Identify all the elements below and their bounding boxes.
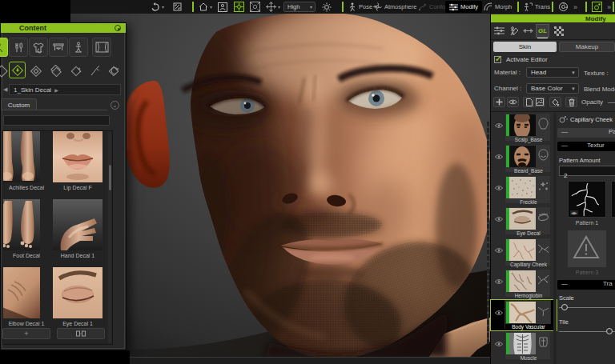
character-view-icon[interactable] <box>218 0 227 14</box>
layer-visibility-button[interactable] <box>507 97 519 107</box>
layer-thumbnail[interactable] <box>509 177 536 198</box>
decal-thumb-achilles[interactable] <box>2 131 40 182</box>
add-decal-button[interactable]: + <box>2 328 50 339</box>
pose-button[interactable]: Pose▾ <box>348 0 376 14</box>
atmosphere-button[interactable]: Atmosphere <box>373 0 416 14</box>
section-pattern-bar[interactable]: —Pa <box>557 128 615 138</box>
layer-cell[interactable]: Hemoglobin <box>504 269 551 298</box>
panel-options-icon[interactable] <box>115 25 121 31</box>
content-panel-header[interactable]: Content <box>1 23 126 33</box>
expand-more-icon[interactable]: » <box>607 0 611 14</box>
decal-thumb-hand[interactable] <box>53 199 102 250</box>
trans-button[interactable]: Trans <box>524 0 550 14</box>
apply-decal-button[interactable] <box>57 328 105 339</box>
move-tool-icon[interactable]: ▾ <box>266 0 280 14</box>
decal-thumb-elbow[interactable] <box>2 267 40 318</box>
section-texture-bar[interactable]: —Textur <box>557 142 615 151</box>
layer-cell[interactable]: Body Vascular <box>504 300 551 329</box>
layer-thumbnail[interactable] <box>509 239 536 261</box>
layer-row-freckle[interactable]: Freckle <box>491 175 557 206</box>
import-image-button[interactable] <box>533 97 545 107</box>
pattern-prev-next-icons[interactable]: ◀▶ <box>570 210 578 215</box>
layer-row-muscle[interactable]: Muscle <box>491 331 557 362</box>
modify-button[interactable]: Modify <box>445 1 482 13</box>
layer-thumbnail[interactable] <box>509 302 536 323</box>
tab-skingen-active[interactable]: GL <box>536 24 549 38</box>
opacity-slider[interactable] <box>608 102 615 103</box>
decal-item[interactable]: Hand Decal 1 <box>53 199 102 250</box>
category-props-button[interactable] <box>49 38 68 57</box>
makeup-tab-button[interactable]: Makeup <box>559 42 615 52</box>
scale-slider[interactable] <box>559 303 615 311</box>
decal-cat-skin-icon[interactable] <box>9 62 26 78</box>
tab-custom[interactable]: Custom <box>1 98 37 110</box>
decal-item[interactable]: Foot Decal <box>2 199 40 250</box>
layer-cell[interactable]: Eye Decal <box>504 206 551 235</box>
layer-visibility-eye-icon[interactable] <box>495 278 503 285</box>
layer-cell[interactable]: Beard_Base <box>504 144 551 173</box>
frame-object-icon[interactable] <box>250 0 260 14</box>
layer-row-beard-base[interactable]: Beard_Base <box>491 144 557 174</box>
decal-item[interactable]: Achilles Decal <box>2 131 40 182</box>
undo-icon[interactable]: ▾ <box>151 0 164 14</box>
decal-cat-4-icon[interactable] <box>67 62 84 79</box>
layer-visibility-eye-icon[interactable] <box>495 122 503 129</box>
pattern3-thumbnail[interactable] <box>568 230 606 267</box>
layer-cell[interactable]: Scalp_Base <box>504 113 551 142</box>
home-icon[interactable]: ▾ <box>199 0 212 14</box>
decal-item[interactable]: Elbow Decal 1 <box>2 267 40 318</box>
category-stage-button[interactable] <box>92 38 111 57</box>
add-layer-button[interactable] <box>493 97 505 107</box>
layer-cell[interactable]: Muscle <box>504 331 551 360</box>
modify-panel-header[interactable]: Modify <box>491 14 615 22</box>
decal-thumb-lip[interactable] <box>53 131 102 182</box>
content-filter-input[interactable] <box>3 115 110 126</box>
decal-item[interactable]: Eye Decal 1 <box>53 267 102 318</box>
tile-slider[interactable] <box>559 327 615 335</box>
decal-grid-scrollbar[interactable] <box>108 131 111 345</box>
decal-item[interactable]: Lip Decal F <box>53 131 102 182</box>
layer-thumbnail[interactable] <box>509 270 536 292</box>
layer-row-scalp-base[interactable]: Scalp_Base <box>491 113 557 143</box>
collapse-chevron-icon[interactable]: ⌄ <box>111 101 119 110</box>
pattern1-thumbnail[interactable]: ◀▶ <box>568 181 606 218</box>
expand-more-icon[interactable]: » <box>573 0 577 14</box>
layer-row-hemoglobin[interactable]: Hemoglobin <box>491 269 557 299</box>
decal-cat-5-icon[interactable] <box>86 62 103 79</box>
breadcrumb-back-icon[interactable]: ◀ <box>3 86 7 93</box>
layer-thumbnail[interactable] <box>509 114 536 136</box>
layer-visibility-eye-icon[interactable] <box>495 216 503 222</box>
decal-cat-2-icon[interactable] <box>27 62 44 79</box>
breadcrumb-forward-icon[interactable]: ▶ <box>54 87 58 93</box>
viewport-3d[interactable] <box>70 14 490 357</box>
brightness-icon[interactable] <box>322 0 332 14</box>
layer-cell[interactable]: Capillary Cheek <box>504 238 551 266</box>
layer-visibility-eye-icon[interactable] <box>495 185 503 191</box>
panel-splitter[interactable] <box>487 120 489 344</box>
skingen-icon-active[interactable] <box>592 0 602 14</box>
layer-cell[interactable]: Freckle <box>504 175 551 204</box>
layer-thumbnail[interactable] <box>509 208 536 230</box>
decal-cat-6-icon[interactable] <box>105 62 122 79</box>
layer-row-eye-decal[interactable]: Eye Decal <box>491 206 557 237</box>
material-dropdown[interactable]: Head▼ <box>526 67 579 78</box>
category-grooming-button[interactable] <box>9 38 28 57</box>
decal-cat-3-icon[interactable] <box>47 62 64 79</box>
layer-row-body-vascular[interactable]: Body Vascular <box>491 300 557 330</box>
delete-layer-button[interactable] <box>565 97 577 107</box>
category-cloth-button[interactable] <box>29 38 48 57</box>
category-avatar-button[interactable] <box>0 38 8 57</box>
tab-bone-icon[interactable] <box>521 24 535 38</box>
skin-tab-button[interactable]: Skin <box>493 42 557 52</box>
quality-dropdown[interactable]: High▾ <box>283 0 316 14</box>
layer-row-capillary-cheek[interactable]: Capillary Cheek <box>491 238 557 268</box>
layer-thumbnail[interactable] <box>509 333 536 354</box>
decal-thumb-foot[interactable] <box>2 199 40 250</box>
render-icon[interactable] <box>558 0 569 14</box>
section-transform-bar[interactable]: —Tra <box>557 280 615 290</box>
layer-visibility-eye-icon[interactable] <box>495 247 503 254</box>
activate-editor-checkbox[interactable] <box>494 56 501 63</box>
fullscreen-icon[interactable] <box>173 0 182 14</box>
tab-edit-pose-icon[interactable] <box>507 24 521 38</box>
pattern-amount-input[interactable]: 2 <box>559 166 615 176</box>
